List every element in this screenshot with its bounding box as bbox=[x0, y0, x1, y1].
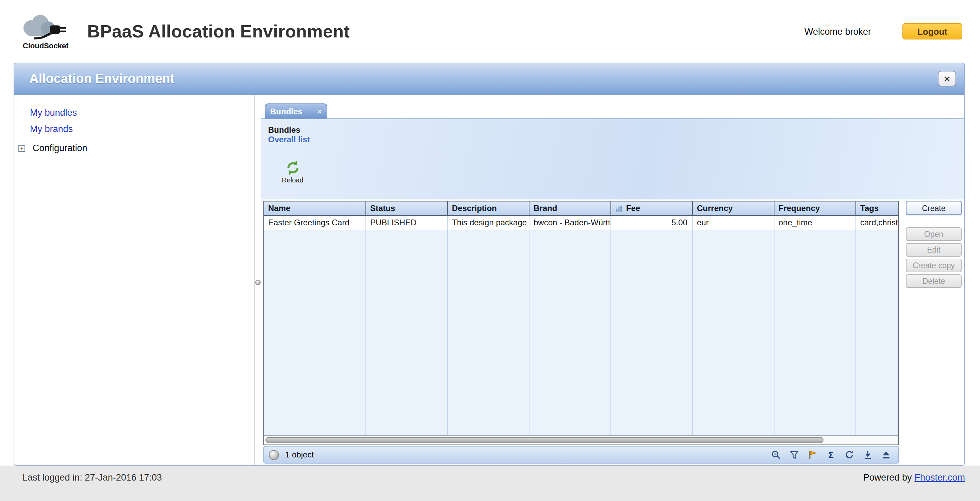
column-header-fee[interactable]: Fee bbox=[611, 202, 693, 215]
column-header-status[interactable]: Status bbox=[366, 202, 448, 215]
tab-bar: Bundles × bbox=[261, 95, 964, 119]
cloud-plug-icon bbox=[16, 13, 76, 43]
refresh-icon[interactable] bbox=[844, 449, 855, 460]
sidebar-item-my-bundles[interactable]: My bundles bbox=[30, 108, 254, 118]
tab-bundles-label: Bundles bbox=[270, 107, 302, 116]
logo-caption: CloudSocket bbox=[23, 41, 68, 49]
app-title: BPaaS Allocation Environment bbox=[87, 21, 350, 42]
open-button[interactable]: Open bbox=[906, 227, 962, 241]
page-header: CloudSocket BPaaS Allocation Environment… bbox=[0, 0, 980, 63]
column-header-label: Name bbox=[268, 204, 290, 213]
overall-list-link[interactable]: Overall list bbox=[268, 135, 964, 145]
column-header-label: Description bbox=[452, 204, 497, 213]
horizontal-scrollbar[interactable] bbox=[264, 435, 898, 444]
column-header-description[interactable]: Description bbox=[448, 202, 530, 215]
column-header-label: Tags bbox=[860, 204, 878, 213]
delete-button[interactable]: Delete bbox=[906, 274, 962, 288]
download-icon[interactable] bbox=[862, 449, 873, 460]
tree-expander-icon[interactable]: + bbox=[18, 145, 25, 151]
reload-button[interactable]: Reload bbox=[277, 160, 308, 184]
table-row[interactable]: Easter Greetings Card PUBLISHED This des… bbox=[264, 216, 898, 230]
table-body: Easter Greetings Card PUBLISHED This des… bbox=[264, 216, 898, 435]
column-divider bbox=[447, 216, 448, 435]
cell-fee: 5.00 bbox=[611, 216, 693, 230]
status-bar: 1 object bbox=[263, 446, 899, 464]
column-header-frequency[interactable]: Frequency bbox=[775, 202, 856, 215]
powered-by-text: Powered by bbox=[863, 472, 912, 483]
scrollbar-thumb[interactable] bbox=[266, 437, 824, 443]
column-header-tags[interactable]: Tags bbox=[856, 202, 898, 215]
window-close-button[interactable]: × bbox=[938, 71, 956, 86]
content-area: Bundles × Bundles Overall list bbox=[261, 95, 964, 466]
column-divider bbox=[366, 216, 366, 435]
filter-icon[interactable] bbox=[789, 449, 800, 460]
create-button[interactable]: Create bbox=[906, 201, 962, 215]
column-header-label: Fee bbox=[626, 204, 640, 213]
edit-button[interactable]: Edit bbox=[906, 243, 962, 257]
table-tools: Σ bbox=[770, 449, 891, 460]
reload-label: Reload bbox=[282, 176, 303, 184]
cell-currency: eur bbox=[693, 216, 775, 230]
window-titlebar: Allocation Environment × bbox=[14, 63, 964, 95]
logout-button[interactable]: Logout bbox=[902, 23, 962, 40]
welcome-text: Welcome broker bbox=[804, 26, 871, 37]
column-divider bbox=[529, 216, 530, 435]
page-footer: Last logged in: 27-Jan-2016 17:03 Powere… bbox=[0, 466, 980, 501]
sidebar-item-my-brands[interactable]: My brands bbox=[30, 124, 254, 134]
fhoster-link[interactable]: Fhoster.com bbox=[914, 472, 965, 483]
cell-frequency: one_time bbox=[775, 216, 856, 230]
bundles-table: Name Status Description Brand Fee bbox=[263, 201, 899, 445]
section-header-panel: Bundles Overall list Reload bbox=[261, 119, 964, 199]
configuration-label: Configuration bbox=[33, 143, 88, 153]
action-buttons: Create Open Edit Create copy Delete bbox=[906, 201, 962, 290]
bar-chart-icon bbox=[615, 205, 623, 212]
zoom-icon[interactable] bbox=[770, 449, 781, 460]
sidebar-item-configuration[interactable]: + Configuration bbox=[18, 143, 254, 153]
column-divider bbox=[856, 216, 856, 435]
cell-name: Easter Greetings Card bbox=[264, 216, 366, 230]
cell-brand: bwcon - Baden-Württ bbox=[530, 216, 611, 230]
table-header-row: Name Status Description Brand Fee bbox=[264, 202, 898, 216]
close-icon: × bbox=[944, 73, 950, 84]
column-header-label: Status bbox=[370, 204, 395, 213]
column-header-label: Currency bbox=[697, 204, 733, 213]
sum-icon[interactable]: Σ bbox=[826, 449, 837, 460]
window-body: My bundles My brands + Configuration Bun… bbox=[14, 95, 964, 466]
column-divider bbox=[692, 216, 693, 435]
bpaas-allocation-environment-app: CloudSocket BPaaS Allocation Environment… bbox=[0, 0, 980, 501]
allocation-environment-window: Allocation Environment × My bundles My b… bbox=[14, 63, 965, 466]
cell-status: PUBLISHED bbox=[366, 216, 448, 230]
window-title: Allocation Environment bbox=[29, 71, 175, 86]
column-header-label: Brand bbox=[533, 204, 557, 213]
powered-by: Powered byFhoster.com bbox=[863, 472, 965, 483]
cell-description: This design package bbox=[448, 216, 530, 230]
sidebar: My bundles My brands + Configuration bbox=[14, 95, 254, 466]
refresh-icon bbox=[285, 160, 301, 176]
column-header-name[interactable]: Name bbox=[264, 202, 366, 215]
column-header-brand[interactable]: Brand bbox=[530, 202, 611, 215]
sidebar-splitter[interactable] bbox=[254, 95, 261, 466]
create-copy-button[interactable]: Create copy bbox=[906, 259, 962, 272]
object-count: 1 object bbox=[285, 450, 314, 460]
column-divider bbox=[774, 216, 775, 435]
eject-icon[interactable] bbox=[881, 449, 891, 460]
tab-bundles[interactable]: Bundles × bbox=[265, 103, 327, 118]
cloudsocket-logo: CloudSocket bbox=[14, 13, 78, 49]
splitter-handle-icon[interactable] bbox=[255, 280, 261, 285]
last-login-text: Last logged in: 27-Jan-2016 17:03 bbox=[22, 472, 162, 483]
sphere-icon bbox=[269, 450, 279, 460]
column-header-label: Frequency bbox=[778, 204, 820, 213]
column-header-currency[interactable]: Currency bbox=[693, 202, 775, 215]
cell-tags: card,christ bbox=[856, 216, 898, 230]
flag-icon[interactable] bbox=[807, 449, 818, 460]
tab-close-icon[interactable]: × bbox=[317, 108, 322, 115]
column-divider bbox=[611, 216, 611, 435]
section-title: Bundles bbox=[268, 125, 964, 135]
